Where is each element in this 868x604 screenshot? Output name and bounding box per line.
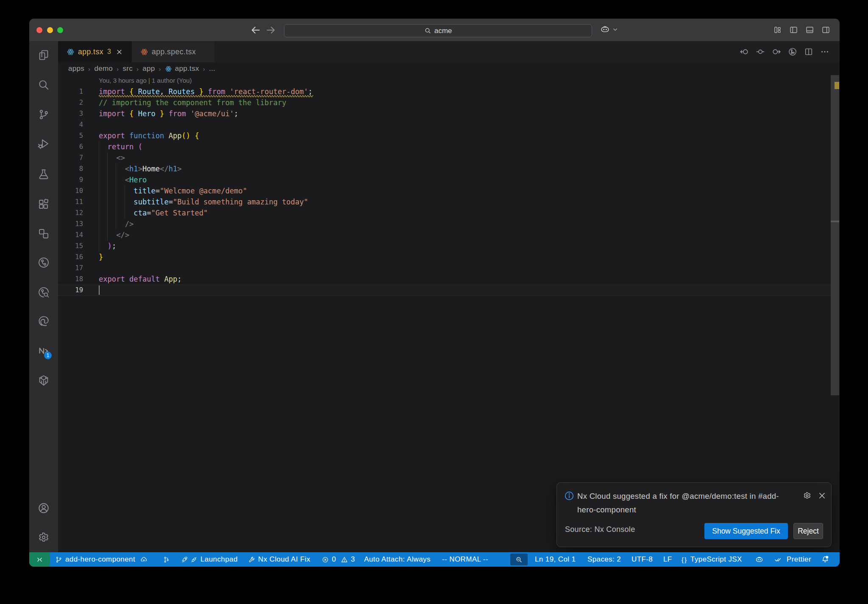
copilot-icon (755, 555, 764, 564)
encoding-status-item[interactable]: UTF-8 (632, 552, 653, 567)
code-line: 14 </> (58, 229, 840, 240)
search-view-icon[interactable] (37, 78, 50, 91)
line-number: 8 (58, 163, 83, 174)
settings-gear-icon[interactable] (37, 531, 50, 544)
copilot-icon (600, 24, 610, 35)
remote-icon (36, 556, 43, 563)
problems-status-item[interactable]: 0 3 (322, 552, 355, 567)
notification-message: Nx Cloud suggested a fix for @acme/demo:… (577, 489, 806, 516)
customize-layout-icon[interactable] (773, 25, 782, 34)
auto-attach-status-item[interactable]: Auto Attach: Always (364, 552, 431, 567)
extensions-icon[interactable] (37, 198, 50, 210)
nx-console-icon[interactable]: 1 (37, 344, 50, 357)
react-test-file-icon (140, 48, 148, 56)
breadcrumb-item[interactable]: src (122, 64, 133, 73)
notifications-status-item[interactable] (821, 552, 829, 567)
code-editor[interactable]: You, 3 hours ago | 1 author (You) 1impor… (58, 75, 840, 552)
nx-cloud-fix-status-item[interactable]: Nx Cloud AI Fix (248, 552, 310, 567)
git-compare-status-item[interactable] (163, 552, 170, 567)
copilot-status-item[interactable] (755, 552, 764, 567)
warning-squiggle (99, 94, 313, 97)
linked-projects-icon[interactable] (37, 227, 50, 240)
edge-browser-icon[interactable] (37, 315, 50, 327)
info-icon (565, 491, 574, 501)
minimize-window-button[interactable] (47, 27, 53, 33)
toggle-primary-sidebar-icon[interactable] (789, 25, 798, 34)
tab-label: app.spec.tsx (152, 48, 196, 56)
zoom-window-button[interactable] (57, 27, 63, 33)
previous-change-icon[interactable] (740, 47, 749, 56)
breadcrumb-item[interactable]: demo (94, 64, 113, 73)
activity-bar: 1 (29, 41, 58, 552)
notification-settings-icon[interactable] (803, 491, 812, 500)
source-control-icon[interactable] (37, 108, 50, 121)
branch-status-item[interactable]: add-hero-component (55, 552, 147, 567)
command-center-search[interactable]: acme (284, 24, 592, 37)
scrollbar-thumb[interactable] (831, 75, 839, 395)
remote-indicator[interactable] (29, 552, 50, 567)
double-check-icon (773, 555, 784, 564)
launchpad-status-item[interactable]: Launchpad (181, 552, 238, 567)
code-line: 4 (58, 119, 840, 130)
container-tools-icon[interactable] (37, 374, 50, 387)
toggle-secondary-sidebar-icon[interactable] (821, 25, 830, 34)
git-blame-annotation[interactable]: You, 3 hours ago | 1 author (You) (99, 75, 192, 86)
vim-mode-status-item[interactable]: -- NORMAL -- (442, 552, 488, 567)
git-commit-icon[interactable] (756, 47, 765, 56)
search-icon (424, 27, 431, 34)
code-line: 10 title="Welcmoe @acme/demo" (58, 185, 840, 196)
account-icon[interactable] (37, 502, 50, 515)
explorer-icon[interactable] (37, 49, 50, 62)
reject-button[interactable]: Reject (793, 523, 823, 539)
tab-label: app.tsx (78, 48, 103, 56)
copilot-menu[interactable] (600, 24, 618, 35)
breadcrumb-item[interactable]: apps (68, 64, 84, 73)
commit-search-icon[interactable] (37, 286, 50, 299)
editor-actions (740, 41, 829, 62)
warning-count: 3 (351, 555, 355, 564)
commit-graph-icon[interactable] (37, 256, 50, 269)
nx-badge: 1 (44, 352, 52, 359)
code-line: 17 (58, 263, 840, 274)
testing-icon[interactable] (37, 168, 50, 181)
eol-status-item[interactable]: LF (663, 552, 672, 567)
indentation-status-item[interactable]: Spaces: 2 (587, 552, 621, 567)
tab-app-spec-tsx[interactable]: app.spec.tsx (132, 41, 214, 62)
title-bar: acme (29, 19, 840, 41)
breadcrumb-more[interactable]: ... (209, 64, 215, 73)
cursor-position-status-item[interactable]: Ln 19, Col 1 (535, 552, 576, 567)
breadcrumb-item[interactable]: app (142, 64, 155, 73)
code-line: 5export function App() { (58, 130, 840, 141)
formatter-status-item[interactable]: Prettier (773, 552, 811, 567)
line-number: 19 (58, 285, 83, 296)
source-control-graph-icon[interactable] (788, 47, 797, 56)
split-editor-icon[interactable] (804, 47, 813, 56)
text-cursor (99, 285, 100, 295)
line-number: 1 (58, 86, 83, 97)
code-line: 3import { Hero } from '@acme/ui'; (58, 108, 840, 119)
zoom-status-item[interactable] (510, 554, 528, 565)
line-number: 12 (58, 207, 83, 218)
breadcrumb-file[interactable]: app.tsx (175, 64, 199, 73)
language-status-item[interactable]: {}TypeScript JSX (682, 552, 742, 567)
show-suggested-fix-button[interactable]: Show Suggested Fix (704, 523, 788, 539)
line-number: 16 (58, 252, 83, 263)
code-line: 15 ); (58, 240, 840, 252)
more-actions-icon[interactable] (820, 47, 829, 56)
navigate-forward-icon[interactable] (265, 25, 276, 36)
notification-toast: Nx Cloud suggested a fix for @acme/demo:… (556, 482, 832, 547)
notification-close-icon[interactable] (818, 491, 826, 500)
tab-app-tsx[interactable]: app.tsx 3 (58, 41, 132, 62)
navigate-back-icon[interactable] (250, 25, 261, 36)
code-line: 16} (58, 252, 840, 263)
react-file-icon (67, 48, 75, 56)
close-window-button[interactable] (36, 27, 42, 33)
next-change-icon[interactable] (772, 47, 781, 56)
overview-cursor-marker (831, 221, 839, 222)
line-number: 14 (58, 229, 83, 240)
close-tab-icon[interactable] (116, 49, 122, 55)
line-number: 9 (58, 174, 83, 185)
toggle-panel-icon[interactable] (805, 25, 814, 34)
code-line: 8 <h1>Home</h1> (58, 163, 840, 174)
run-debug-icon[interactable] (37, 137, 50, 150)
